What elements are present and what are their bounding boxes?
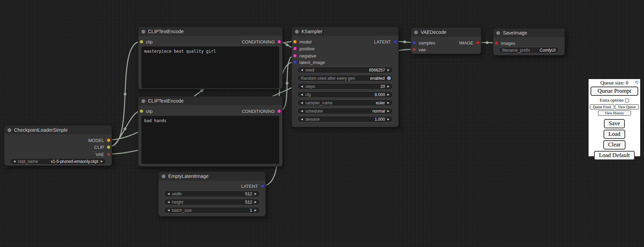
node-title: KSampler (301, 29, 322, 34)
node-title-bar[interactable]: KSampler (292, 27, 398, 36)
random-seed-toggle[interactable]: Random seed after every gen enabled (297, 75, 393, 81)
ckpt-name-widget[interactable]: ◀ ckpt_name v1-5-pruned-emaonly.ckpt ▶ (10, 158, 106, 165)
denoise-widget[interactable]: ◀ denoise 1.000 ▶ (297, 116, 393, 122)
decrement-arrow-icon[interactable]: ◀ (301, 85, 303, 88)
increment-arrow-icon[interactable]: ▶ (255, 209, 257, 212)
increment-arrow-icon[interactable]: ▶ (255, 201, 257, 204)
width-widget[interactable]: ◀ width 512 ▶ (164, 191, 260, 197)
widget-label: Random seed after every gen (301, 76, 355, 81)
widget-value: 1 (250, 208, 252, 213)
extra-options-checkbox[interactable] (625, 99, 629, 102)
slot-label: CONDITIONING (242, 109, 275, 114)
queue-front-button[interactable]: Queue Front (590, 104, 614, 109)
decrement-arrow-icon[interactable]: ◀ (301, 69, 303, 72)
vae-output-port[interactable] (107, 153, 110, 156)
decrement-arrow-icon[interactable]: ◀ (301, 93, 303, 96)
scheduler-widget[interactable]: ◀ scheduler normal ▶ (297, 108, 393, 114)
node-title-bar[interactable]: VAEDecode (411, 28, 481, 37)
seed-widget[interactable]: ◀ seed 8566257 ▶ (297, 67, 393, 73)
queue-prompt-button[interactable]: Queue Prompt (591, 87, 638, 96)
negative-input-port[interactable] (293, 54, 297, 57)
samples-input-port[interactable] (412, 41, 416, 44)
latent-output-port[interactable] (261, 184, 264, 188)
increment-arrow-icon[interactable]: ▶ (387, 69, 389, 72)
collapse-dot-icon[interactable] (414, 30, 418, 34)
decrement-arrow-icon[interactable]: ◀ (301, 118, 303, 121)
collapse-dot-icon[interactable] (162, 174, 165, 178)
clear-button[interactable]: Clear (603, 140, 626, 150)
positive-prompt-textarea[interactable]: masterpiece best quality girl (141, 47, 279, 88)
node-checkpoint-loader-simple[interactable]: CheckpointLoaderSimple MODEL CLIP VAE ◀ … (4, 125, 112, 166)
node-title: EmptyLatentImage (168, 173, 209, 179)
increment-arrow-icon[interactable]: ▶ (255, 193, 257, 195)
negative-input-slot: negative (293, 52, 316, 59)
decrement-arrow-icon[interactable]: ◀ (168, 193, 170, 195)
widget-value: 8.000 (375, 92, 385, 97)
clip-output-slot: CLIP (94, 144, 110, 151)
height-widget[interactable]: ◀ height 512 ▶ (164, 199, 260, 205)
model-output-port[interactable] (107, 139, 110, 142)
latent-image-input-port[interactable] (293, 61, 297, 64)
collapse-dot-icon[interactable] (141, 99, 145, 103)
filename-prefix-widget[interactable]: filename_prefix ComfyUI (499, 47, 559, 53)
node-title-bar[interactable]: CLIPTextEncode (138, 96, 282, 105)
widget-label: filename_prefix (502, 48, 530, 53)
slot-label: samples (419, 40, 435, 46)
increment-arrow-icon[interactable]: ▶ (387, 93, 389, 96)
node-title-bar[interactable]: CLIPTextEncode (138, 27, 282, 36)
node-clip-text-encode-positive[interactable]: CLIPTextEncode clip CONDITIONING masterp… (138, 27, 283, 89)
decrement-arrow-icon[interactable]: ◀ (301, 110, 303, 113)
load-default-button[interactable]: Load Default (594, 151, 634, 160)
increment-arrow-icon[interactable]: ▶ (387, 85, 389, 88)
widget-label: cfg (305, 92, 311, 97)
load-button[interactable]: Load (604, 130, 625, 139)
collapse-dot-icon[interactable] (496, 31, 500, 35)
view-queue-button[interactable]: View Queue (615, 104, 639, 109)
settings-gear-icon[interactable]: ⚙ (635, 80, 639, 85)
clip-input-slot: clip (140, 38, 153, 45)
save-button[interactable]: Save (604, 119, 625, 128)
increment-arrow-icon[interactable]: ▶ (101, 160, 103, 163)
decrement-arrow-icon[interactable]: ◀ (301, 102, 303, 104)
increment-arrow-icon[interactable]: ▶ (387, 118, 389, 121)
model-input-port[interactable] (293, 40, 297, 43)
images-input-port[interactable] (495, 41, 498, 45)
collapse-dot-icon[interactable] (141, 30, 145, 34)
image-output-port[interactable] (476, 41, 480, 44)
increment-arrow-icon[interactable]: ▶ (387, 102, 389, 104)
increment-arrow-icon[interactable]: ▶ (387, 110, 389, 113)
decrement-arrow-icon[interactable]: ◀ (13, 160, 15, 163)
conditioning-output-port[interactable] (277, 40, 281, 43)
slot-label: model (299, 39, 311, 44)
node-vae-decode[interactable]: VAEDecode samples vae IMAGE (411, 27, 481, 54)
toggle-on-indicator-icon[interactable] (387, 76, 391, 80)
node-title-bar[interactable]: SaveImage (493, 28, 565, 37)
batch-size-widget[interactable]: ◀ batch_size 1 ▶ (164, 207, 260, 213)
slot-label: clip (146, 109, 153, 114)
clip-input-port[interactable] (140, 109, 143, 113)
decrement-arrow-icon[interactable]: ◀ (168, 209, 170, 212)
conditioning-output-port[interactable] (277, 109, 281, 113)
cfg-widget[interactable]: ◀ cfg 8.000 ▶ (297, 91, 393, 98)
node-ksampler[interactable]: KSampler model positive negative latent_… (292, 27, 399, 127)
node-save-image[interactable]: SaveImage images filename_prefix ComfyUI (493, 28, 565, 55)
collapse-dot-icon[interactable] (8, 128, 11, 132)
node-title: CLIPTextEncode (148, 98, 184, 104)
clip-input-port[interactable] (140, 40, 143, 43)
negative-prompt-textarea[interactable]: bad hands (141, 116, 279, 164)
clip-output-port[interactable] (107, 145, 110, 149)
latent-output-port[interactable] (394, 40, 397, 43)
node-title-bar[interactable]: EmptyLatentImage (159, 172, 265, 181)
slot-label: clip (146, 39, 153, 44)
node-title-bar[interactable]: CheckpointLoaderSimple (4, 126, 112, 134)
vae-input-port[interactable] (412, 48, 416, 51)
decrement-arrow-icon[interactable]: ◀ (168, 201, 170, 204)
node-empty-latent-image[interactable]: EmptyLatentImage LATENT ◀ width 512 ▶ ◀ … (158, 171, 266, 217)
collapse-dot-icon[interactable] (295, 30, 299, 34)
positive-input-port[interactable] (293, 47, 297, 50)
sampler-name-widget[interactable]: ◀ sampler_name euler ▶ (297, 100, 393, 106)
steps-widget[interactable]: ◀ steps 20 ▶ (297, 83, 393, 90)
view-history-button[interactable]: View History (598, 110, 631, 116)
node-clip-text-encode-negative[interactable]: CLIPTextEncode clip CONDITIONING bad han… (138, 96, 283, 167)
conditioning-output-slot: CONDITIONING (242, 108, 281, 115)
